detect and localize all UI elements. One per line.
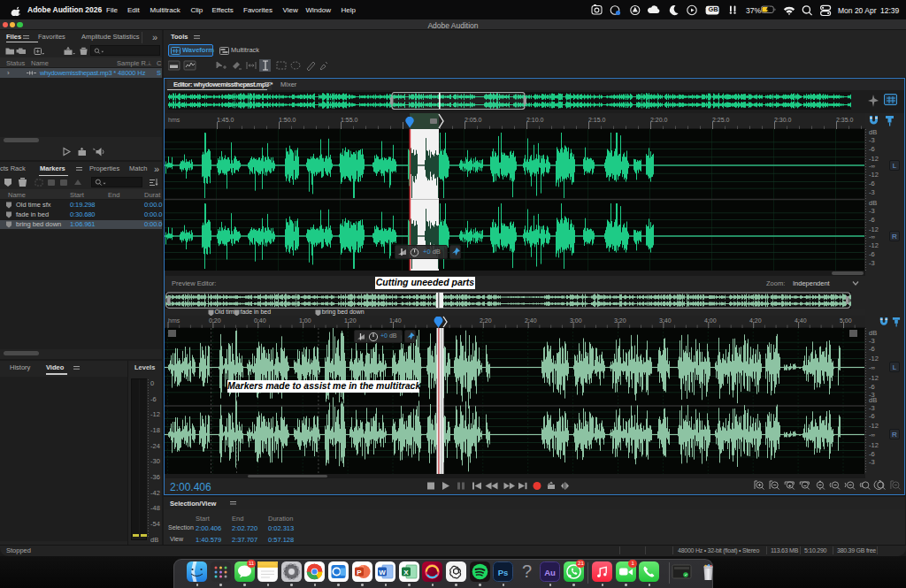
svg-text:Au: Au <box>544 568 556 577</box>
svg-text:Ps: Ps <box>498 568 509 577</box>
svg-text:X: X <box>403 569 409 577</box>
svg-text:W: W <box>379 569 386 577</box>
svg-text:?: ? <box>522 561 532 581</box>
svg-text:P: P <box>357 569 362 577</box>
